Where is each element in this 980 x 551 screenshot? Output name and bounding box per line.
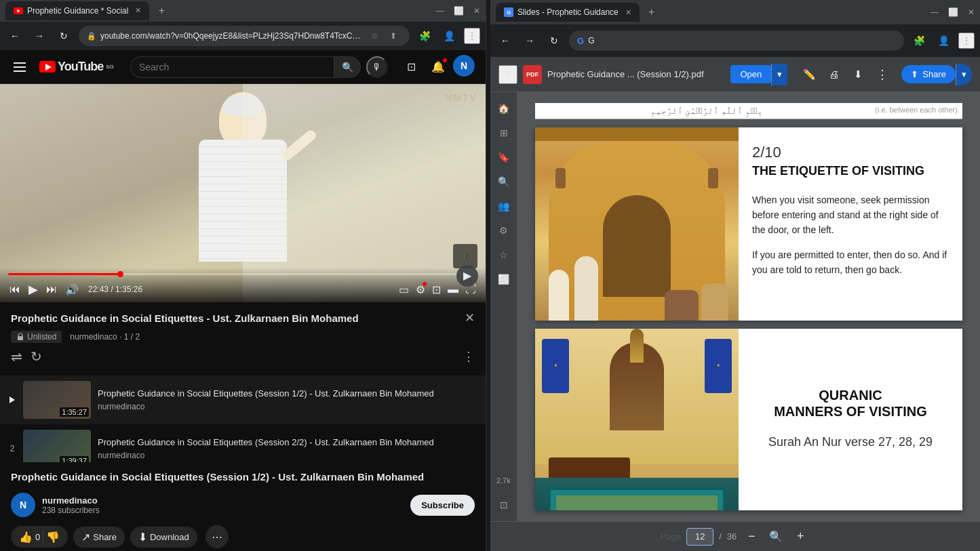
thumbnail-duration-1: 1:35:27 [60,407,89,417]
playlist-item[interactable]: 2 1:39:37 Prophetic Guidance in Social E… [0,424,486,462]
skip-forward-button[interactable]: ⏭ [45,282,58,297]
pdf-profile-button[interactable]: 👤 [934,31,953,50]
new-tab-button-left[interactable]: + [152,1,171,20]
pdf-close-button[interactable]: ✕ [498,65,517,84]
pdf-reload-button[interactable]: ↻ [545,31,564,50]
zoom-out-button[interactable]: − [742,527,761,546]
pdf-back-button[interactable]: ← [496,31,515,50]
browser-more-button[interactable]: ⋮ [464,28,480,44]
settings-button[interactable]: ⚙ [414,282,427,298]
pdf-more-button[interactable]: ⋮ [871,64,893,85]
share-page-icon[interactable]: ⬆ [385,28,401,44]
subscribe-button[interactable]: Subscribe [410,495,475,516]
youtube-favicon [14,6,23,16]
header-icons: ⊡ 🔔 N [399,55,475,79]
pdf-address-bar-input[interactable]: G G [569,30,904,51]
pdf-search-sidebar-icon[interactable]: 🔍 [493,171,515,192]
playlist-close-button[interactable]: ✕ [465,310,475,325]
progress-dot [117,271,123,277]
progress-bar[interactable] [8,273,477,275]
playlist-more-button[interactable]: ⋮ [463,348,475,365]
open-button[interactable]: Open [730,65,771,83]
open-dropdown-button[interactable]: ▾ [771,64,787,85]
playlist-section: Prophetic Guidance in Social Etiquettes … [0,302,486,375]
item-number-2: 2 [8,444,16,453]
download-button[interactable]: ⬇ Download [130,527,197,548]
minimize-btn-right[interactable]: — [930,7,939,17]
extensions-button[interactable]: 🧩 [415,26,434,45]
bookmark-icon[interactable]: ☆ [366,28,383,44]
repeat-button[interactable]: ↻ [31,348,42,365]
close-btn-right[interactable]: ✕ [968,7,975,17]
youtube-tab-close[interactable]: ✕ [135,6,141,15]
cast-button[interactable]: ⊡ [399,55,423,79]
new-tab-button-right[interactable]: + [642,3,661,22]
youtube-tab[interactable]: Prophetic Guidance * Social ✕ [5,1,149,20]
share-button-group: ⬆ Share ▾ [901,64,972,85]
video-player[interactable]: NMTV 🎓 ⏮ ▶ ⏭ 🔊 22:43 [0,84,486,302]
pdf-toolbar-icons: ✏️ 🖨 ⬇ ⋮ [798,64,893,85]
like-count: 0 [35,532,40,542]
pdf-tab-close[interactable]: ✕ [625,8,631,17]
pdf-forward-button[interactable]: → [520,31,539,50]
share-button[interactable]: ↗ Share [73,527,125,548]
pdf-extensions-button[interactable]: 🧩 [909,31,928,50]
video-title-section: Prophetic Guidance in Social Etiquettes … [0,462,486,488]
close-btn-left[interactable]: ✕ [473,6,480,16]
page-number-input[interactable] [686,528,713,546]
search-input[interactable] [130,56,334,78]
channel-subscribers: 238 subscribers [42,506,404,515]
youtube-logo[interactable]: YouTubeSG [39,60,114,74]
theater-mode-button[interactable]: ▬ [446,282,460,297]
maximize-btn-left[interactable]: ⬜ [454,6,464,16]
zoom-reset-button[interactable]: 🔍 [766,527,785,546]
profile-button-browser[interactable]: 👤 [439,26,458,45]
visiting-scene [535,127,739,321]
maximize-btn-right[interactable]: ⬜ [948,7,958,17]
zoom-in-button[interactable]: + [791,527,810,546]
address-bar-left[interactable]: 🔒 youtube.com/watch?v=0hQqeejyzE8&list=P… [79,26,410,46]
play-pause-button[interactable]: ▶ [27,281,39,298]
pdf-layers-icon[interactable]: ⬜ [493,268,515,290]
voice-search-button[interactable]: 🎙 [366,56,388,78]
miniplayer-button[interactable]: ⊡ [431,282,442,298]
annotate-button[interactable]: ✏️ [798,64,820,85]
pdf-browser-more-button[interactable]: ⋮ [958,33,975,49]
volume-button[interactable]: 🔊 [64,282,80,298]
pdf-settings-sidebar-icon[interactable]: ⚙ [493,220,515,241]
user-avatar[interactable]: N [453,55,475,77]
print-button[interactable]: 🖨 [823,64,844,85]
search-button[interactable]: 🔍 [334,56,361,78]
rug-pattern [556,495,718,510]
minimize-btn-left[interactable]: — [436,6,444,16]
lock-icon: 🔒 [87,32,96,41]
unlisted-label: Unlisted [27,332,56,342]
pdf-thumbnails-icon[interactable]: ⊞ [493,122,515,144]
pdf-download-button[interactable]: ⬇ [847,64,869,85]
notifications-button[interactable]: 🔔 [426,55,450,79]
channel-avatar[interactable]: N [11,493,35,517]
pdf-home-icon[interactable]: 🏠 [493,98,515,119]
pdf-tab-favicon: G [504,7,513,17]
pdf-bookmarks-icon[interactable]: 🔖 [493,146,515,168]
item-title-2: Prophetic Guidance in Social Etiquettes … [98,437,477,449]
more-actions-button[interactable]: ⋯ [205,525,229,548]
pdf-share-button[interactable]: ⬆ Share [901,65,956,83]
forward-button[interactable]: → [30,26,49,45]
pdf-expand-icon[interactable]: ⊡ [493,494,515,516]
share-dropdown-button[interactable]: ▾ [956,64,972,85]
back-button[interactable]: ← [5,26,24,45]
pdf-main-area: 🏠 ⊞ 🔖 🔍 👥 ⚙ ☆ ⬜ 2.7k ⊡ بِسۡمِ ٱللَّهِ ٱل… [490,92,980,521]
address-bar-actions: ☆ ⬆ [366,28,401,44]
pdf-star-icon[interactable]: ☆ [493,244,515,266]
playlist-meta: Unlisted nurmedinaco · 1 / 2 [11,331,475,343]
pdf-users-icon[interactable]: 👥 [493,195,515,217]
menu-button[interactable] [11,60,28,75]
like-button[interactable]: 👍 0 👎 [11,526,68,548]
skip-back-button[interactable]: ⏮ [8,282,22,297]
shuffle-button[interactable]: ⇌ [11,348,22,365]
captions-button[interactable]: ▭ [397,282,410,298]
reload-button[interactable]: ↻ [54,26,73,45]
pdf-tab[interactable]: G Slides - Prophetic Guidance ✕ [496,3,640,22]
playlist-item[interactable]: 1:35:27 Prophetic Guidance in Social Eti… [0,375,486,424]
